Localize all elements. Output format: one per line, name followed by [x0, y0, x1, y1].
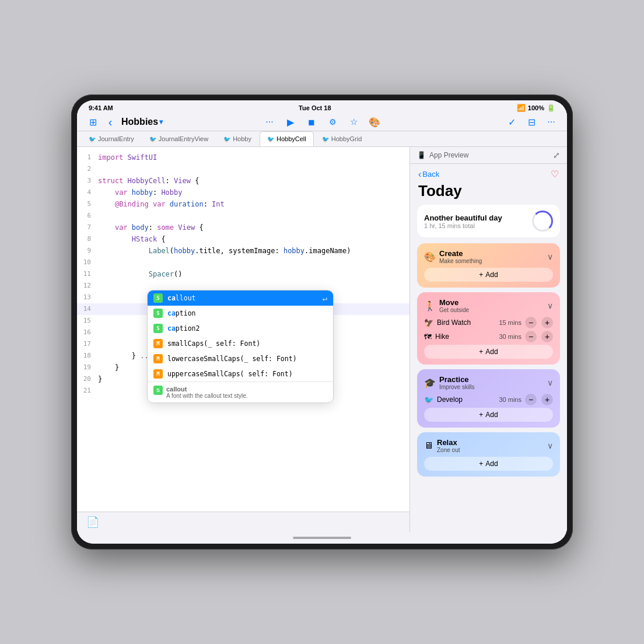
activity-header-create: 🎨 Create Make something ∨	[424, 249, 553, 264]
ac-item-caption[interactable]: S caption	[148, 306, 333, 321]
practice-add-button[interactable]: + Add	[424, 408, 553, 422]
tablet-device: 9:41 AM Tue Oct 18 📶 100% 🔋 ⊞ ‹ Hobbies …	[71, 94, 573, 550]
relax-name: Relax	[437, 438, 460, 447]
move-add-plus-icon: +	[479, 348, 483, 356]
play-icon[interactable]: ▶	[284, 116, 297, 128]
activity-info-practice: 🎓 Practice Improve skills	[424, 375, 475, 390]
ac-badge-s: S	[153, 293, 163, 303]
practice-name: Practice	[439, 375, 475, 384]
tab-icon: 🐦	[267, 136, 274, 142]
develop-plus-button[interactable]: +	[541, 394, 553, 405]
autocomplete-popup[interactable]: S callout ↵ S caption S caption2 M sma	[147, 290, 334, 403]
overflow-icon[interactable]: ···	[545, 116, 558, 128]
code-line-7: 7 var body: some View {	[77, 222, 410, 233]
develop-icon: 🐦	[424, 396, 433, 404]
editor-mode-icon[interactable]: 📄	[86, 516, 99, 528]
create-add-plus-icon: +	[479, 271, 483, 279]
create-chevron-icon[interactable]: ∨	[547, 252, 553, 261]
status-bar: 9:41 AM Tue Oct 18 📶 100% 🔋	[77, 100, 567, 113]
create-add-button[interactable]: + Add	[424, 268, 553, 282]
ac-badge-s: S	[153, 309, 163, 318]
birdwatch-duration: 15 mins	[499, 319, 522, 326]
code-line-4: 4 var hobby: Hobby	[77, 187, 410, 198]
tab-journal-entry-view[interactable]: 🐦 JournalEntryView	[142, 132, 215, 146]
birdwatch-minus-button[interactable]: −	[525, 317, 537, 328]
ac-item-caption2[interactable]: S caption2	[148, 321, 333, 336]
settings-icon[interactable]: ⚙	[326, 116, 339, 128]
preview-expand-icon[interactable]: ⤢	[553, 150, 560, 160]
stop-icon[interactable]: ◼	[305, 116, 318, 128]
activity-card-move[interactable]: 🚶 Move Get outside ∨ 🦅 Bir	[417, 292, 560, 365]
sidebar-toggle-icon[interactable]: ⊞	[86, 116, 99, 128]
code-line-10: 10	[77, 257, 410, 268]
ac-item-smallcaps[interactable]: M smallCaps(_ self: Font)	[148, 336, 333, 351]
code-line-9: 9 Label(hobby.title, systemImage: hobby.…	[77, 245, 410, 257]
create-sub: Make something	[439, 258, 482, 264]
develop-stepper: − +	[525, 394, 553, 405]
back-chevron-icon: ‹	[418, 169, 421, 180]
activity-info-create: 🎨 Create Make something	[424, 249, 482, 264]
tab-hobby-cell[interactable]: 🐦 HobbyCell	[260, 131, 314, 146]
develop-minus-button[interactable]: −	[525, 394, 537, 405]
ac-text: uppercaseSmallCaps( self: Font)	[167, 370, 293, 378]
hike-stepper: − +	[525, 331, 553, 342]
back-button[interactable]: ‹ Back	[418, 169, 439, 180]
activity-card-create[interactable]: 🎨 Create Make something ∨ + Add	[417, 243, 560, 288]
activity-card-practice[interactable]: 🎓 Practice Improve skills ∨ 🐦	[417, 369, 560, 428]
relax-sub: Zone out	[437, 447, 460, 453]
ac-footer: S callout A font with the callout text s…	[148, 382, 333, 402]
summary-text: Another beautiful day 1 hr, 15 mins tota…	[424, 214, 502, 229]
relax-chevron-icon[interactable]: ∨	[547, 441, 553, 450]
practice-icon: 🎓	[424, 377, 436, 388]
hike-plus-button[interactable]: +	[541, 331, 553, 342]
tab-journal-entry[interactable]: 🐦 JournalEntry	[82, 132, 141, 146]
palette-icon[interactable]: 🎨	[368, 116, 381, 128]
tab-hobby[interactable]: 🐦 Hobby	[216, 132, 258, 146]
more-dots-icon[interactable]: ···	[263, 116, 276, 128]
ac-text: smallCaps(_ self: Font)	[167, 340, 260, 348]
hike-icon: 🗺	[424, 332, 432, 341]
ac-badge-m: M	[153, 339, 163, 348]
ac-item-lowercase[interactable]: M lowercaseSmallCaps(_ self: Font)	[148, 351, 333, 366]
practice-add-plus-icon: +	[479, 411, 483, 419]
develop-duration: 30 mins	[499, 396, 522, 403]
relax-add-button[interactable]: + Add	[424, 457, 553, 471]
star-icon[interactable]: ☆	[347, 116, 360, 128]
grid-icon[interactable]: ⊟	[525, 116, 538, 128]
move-add-label: Add	[485, 348, 498, 356]
tab-hobby-grid[interactable]: 🐦 HobbyGrid	[315, 132, 369, 146]
preview-content[interactable]: ‹ Back ♡ Today Another beautiful day 1 h…	[410, 164, 567, 532]
code-editor[interactable]: 1 import SwiftUI 2 3 struct HobbyCell: V…	[77, 147, 410, 532]
ac-item-callout-selected[interactable]: S callout ↵	[148, 290, 333, 306]
summary-sub: 1 hr, 15 mins total	[424, 222, 502, 229]
practice-chevron-icon[interactable]: ∨	[547, 378, 553, 387]
toolbar-left: ⊞ ‹ Hobbies ▾	[86, 116, 258, 128]
move-chevron-icon[interactable]: ∨	[547, 301, 553, 310]
tab-icon: 🐦	[149, 136, 156, 142]
ac-enter-icon: ↵	[323, 293, 327, 303]
move-add-button[interactable]: + Add	[424, 345, 553, 359]
preview-title: 📱 App Preview	[417, 151, 468, 159]
heart-icon[interactable]: ♡	[551, 169, 559, 180]
develop-name: Develop	[437, 396, 463, 404]
hike-minus-button[interactable]: −	[525, 331, 537, 342]
back-icon[interactable]: ‹	[104, 116, 117, 128]
relax-add-label: Add	[485, 460, 498, 468]
develop-info: 🐦 Develop	[424, 396, 463, 404]
journal-nav: ‹ Back ♡	[410, 164, 567, 180]
tab-label: HobbyGrid	[331, 135, 362, 142]
ac-footer-desc: A font with the callout text style.	[166, 393, 248, 399]
checkmark-icon[interactable]: ✓	[505, 116, 518, 128]
summary-card: Another beautiful day 1 hr, 15 mins tota…	[417, 205, 560, 237]
ac-item-uppercase[interactable]: M uppercaseSmallCaps( self: Font)	[148, 366, 333, 382]
status-time: 9:41 AM	[89, 104, 113, 111]
birdwatch-plus-button[interactable]: +	[541, 317, 553, 328]
tab-icon: 🐦	[322, 136, 329, 142]
birdwatch-info: 🦅 Bird Watch	[424, 318, 471, 327]
dropdown-chevron-icon[interactable]: ▾	[159, 118, 163, 126]
tab-label: JournalEntry	[98, 135, 134, 142]
create-add-label: Add	[485, 271, 498, 279]
activity-card-relax[interactable]: 🖥 Relax Zone out ∨ + Add	[417, 432, 560, 477]
relax-icon: 🖥	[424, 440, 433, 451]
ac-footer-badge: S	[153, 386, 163, 395]
